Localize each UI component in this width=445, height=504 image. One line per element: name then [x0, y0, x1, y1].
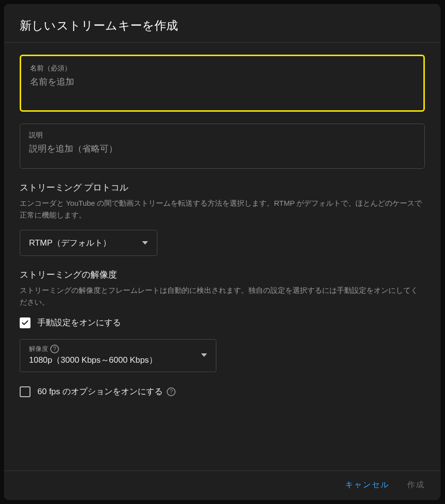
manual-setting-checkbox[interactable] [20, 317, 30, 328]
create-button[interactable]: 作成 [407, 480, 425, 490]
resolution-select-value: 1080p（3000 Kbps～6000 Kbps） [29, 354, 157, 366]
protocol-select[interactable]: RTMP（デフォルト） [20, 230, 157, 256]
protocol-select-value: RTMP（デフォルト） [29, 237, 111, 249]
create-stream-key-dialog: 新しいストリームキーを作成 名前（必須） 名前を追加 説明 説明を追加（省略可）… [4, 4, 441, 500]
description-input-placeholder: 説明を追加（省略可） [29, 143, 415, 155]
manual-setting-row: 手動設定をオンにする [20, 317, 425, 328]
resolution-section-title: ストリーミングの解像度 [20, 269, 425, 281]
name-input[interactable]: 名前（必須） 名前を追加 [20, 55, 425, 112]
name-input-placeholder: 名前を追加 [30, 76, 415, 88]
chevron-down-icon [142, 241, 148, 245]
protocol-section-title: ストリーミング プロトコル [20, 182, 425, 193]
check-icon [21, 319, 29, 327]
cancel-button[interactable]: キャンセル [345, 480, 389, 490]
name-input-label: 名前（必須） [30, 64, 415, 73]
help-icon[interactable]: ? [167, 387, 176, 396]
resolution-select[interactable]: 解像度 ? 1080p（3000 Kbps～6000 Kbps） [20, 339, 216, 372]
dialog-body: 名前（必須） 名前を追加 説明 説明を追加（省略可） ストリーミング プロトコル… [4, 43, 441, 471]
dialog-footer: キャンセル 作成 [4, 471, 441, 500]
protocol-section: ストリーミング プロトコル エンコーダと YouTube の間で動画ストリームを… [20, 182, 425, 256]
protocol-section-description: エンコーダと YouTube の間で動画ストリームを転送する方法を選択します。R… [20, 197, 425, 221]
fps-option-checkbox[interactable] [20, 386, 30, 397]
description-input-label: 説明 [29, 131, 415, 140]
resolution-select-label: 解像度 ? [29, 345, 157, 353]
resolution-section-description: ストリーミングの解像度とフレームレートは自動的に検出されます。独自の設定を選択す… [20, 284, 425, 308]
dialog-header: 新しいストリームキーを作成 [4, 4, 441, 43]
help-icon[interactable]: ? [50, 345, 59, 353]
fps-option-row: 60 fps のオプションをオンにする ? [20, 386, 425, 397]
fps-option-label: 60 fps のオプションをオンにする ? [37, 386, 176, 397]
manual-setting-label: 手動設定をオンにする [37, 317, 121, 328]
dialog-title: 新しいストリームキーを作成 [20, 18, 425, 33]
chevron-down-icon [201, 353, 207, 357]
description-input[interactable]: 説明 説明を追加（省略可） [20, 124, 425, 169]
resolution-section: ストリーミングの解像度 ストリーミングの解像度とフレームレートは自動的に検出され… [20, 269, 425, 397]
